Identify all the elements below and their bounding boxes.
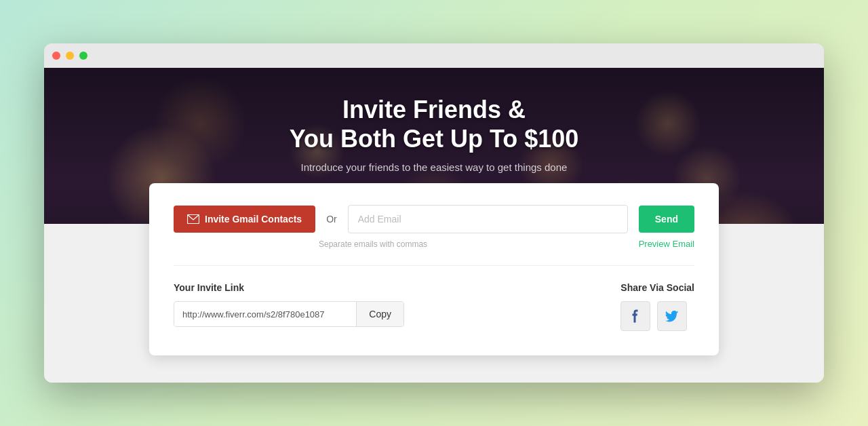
preview-email-link[interactable]: Preview Email — [639, 239, 694, 249]
email-input[interactable] — [348, 205, 628, 233]
social-buttons — [620, 301, 694, 331]
facebook-share-button[interactable] — [620, 301, 650, 331]
link-copy-row: http://www.fiverr.com/s2/8f780e1087 Copy — [174, 301, 404, 327]
twitter-share-button[interactable] — [657, 301, 687, 331]
facebook-icon — [632, 309, 639, 323]
minimize-button[interactable] — [66, 52, 74, 60]
envelope-icon — [187, 214, 199, 224]
email-row: Invite Gmail Contacts Or Send — [174, 205, 694, 233]
close-button[interactable] — [52, 52, 60, 60]
browser-window: Invite Friends & You Both Get Up To $100… — [44, 43, 824, 383]
hero-text: Invite Friends & You Both Get Up To $100… — [290, 95, 579, 173]
invite-gmail-button[interactable]: Invite Gmail Contacts — [174, 206, 315, 233]
invite-card: Invite Gmail Contacts Or Send Separate e… — [149, 183, 719, 355]
send-button[interactable]: Send — [639, 206, 694, 233]
invite-link-url: http://www.fiverr.com/s2/8f780e1087 — [174, 303, 356, 326]
email-hint: Separate emails with commas — [319, 239, 427, 249]
maximize-button[interactable] — [79, 52, 87, 60]
twitter-icon — [665, 311, 679, 322]
invite-link-section: Your Invite Link http://www.fiverr.com/s… — [174, 282, 566, 327]
hero-subtitle: Introduce your friends to the easiest wa… — [290, 161, 579, 173]
browser-titlebar — [44, 43, 824, 68]
social-label: Share Via Social — [620, 282, 694, 293]
social-section: Share Via Social — [620, 282, 694, 331]
bottom-row: Your Invite Link http://www.fiverr.com/s… — [174, 282, 694, 331]
content-wrapper: Invite Friends & You Both Get Up To $100… — [44, 68, 824, 383]
hero-title: Invite Friends & You Both Get Up To $100 — [290, 95, 579, 153]
or-label: Or — [326, 214, 337, 225]
invite-link-label: Your Invite Link — [174, 282, 566, 293]
browser-content: Invite Friends & You Both Get Up To $100… — [44, 68, 824, 383]
copy-button[interactable]: Copy — [356, 302, 403, 326]
divider — [174, 265, 694, 266]
email-hints: Separate emails with commas Preview Emai… — [174, 239, 694, 249]
